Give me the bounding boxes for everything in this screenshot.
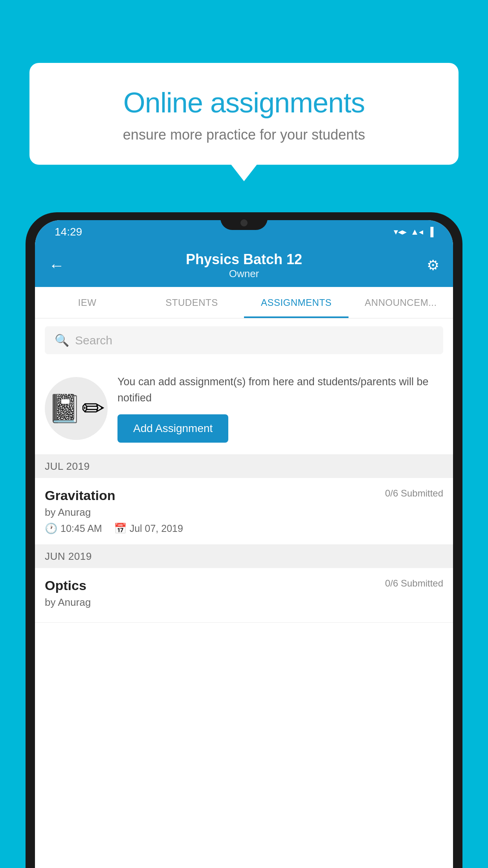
search-icon: 🔍 [55, 333, 69, 347]
assignment-time: 10:45 AM [61, 523, 102, 534]
assignment-item-optics[interactable]: Optics 0/6 Submitted by Anurag [35, 568, 453, 623]
camera [240, 219, 248, 226]
assignment-meta: 🕐 10:45 AM 📅 Jul 07, 2019 [45, 522, 443, 535]
battery-icon: ▐ [427, 227, 433, 237]
assignment-submitted: 0/6 Submitted [385, 488, 443, 499]
app-bar-center: Physics Batch 12 Owner [186, 251, 302, 280]
meta-date: 📅 Jul 07, 2019 [114, 522, 183, 535]
clock-icon: 🕐 [45, 522, 57, 535]
app-bar-subtitle: Owner [186, 268, 302, 280]
phone-frame: 14:29 ▾◂▸ ▲◂ ▐ ← Physics Batch 12 Owner … [26, 212, 462, 868]
assignment-name-optics: Optics [45, 578, 86, 593]
promo-section: 📓✏ You can add assignment(s) from here a… [35, 362, 453, 455]
tab-announcements[interactable]: ANNOUNCEM... [349, 287, 453, 318]
tabs-bar: IEW STUDENTS ASSIGNMENTS ANNOUNCEM... [35, 287, 453, 318]
assignment-submitted-optics: 0/6 Submitted [385, 578, 443, 589]
assignment-top-row: Gravitation 0/6 Submitted [45, 488, 443, 503]
assignment-item-gravitation[interactable]: Gravitation 0/6 Submitted by Anurag 🕐 10… [35, 478, 453, 545]
assignment-author-optics: by Anurag [45, 596, 443, 609]
tab-assignments[interactable]: ASSIGNMENTS [244, 287, 349, 318]
status-time: 14:29 [55, 226, 82, 238]
signal-icon: ▲◂ [411, 227, 424, 237]
assignment-date: Jul 07, 2019 [130, 523, 183, 534]
search-bar[interactable]: 🔍 Search [45, 326, 443, 354]
search-container: 🔍 Search [35, 318, 453, 362]
month-header-jul: JUL 2019 [35, 455, 453, 478]
wifi-icon: ▾◂▸ [394, 227, 407, 237]
phone-inner: 14:29 ▾◂▸ ▲◂ ▐ ← Physics Batch 12 Owner … [30, 216, 458, 868]
calendar-icon: 📅 [114, 522, 127, 535]
tab-iew[interactable]: IEW [35, 287, 139, 318]
promo-text-area: You can add assignment(s) from here and … [117, 374, 443, 443]
notch [220, 216, 268, 230]
promo-description: You can add assignment(s) from here and … [117, 374, 443, 406]
add-assignment-button[interactable]: Add Assignment [117, 414, 228, 443]
promo-icon-circle: 📓✏ [45, 377, 108, 440]
bubble-subtitle: ensure more practice for your students [57, 127, 431, 143]
meta-time: 🕐 10:45 AM [45, 522, 102, 535]
assignment-name: Gravitation [45, 488, 115, 503]
month-header-jun: JUN 2019 [35, 545, 453, 568]
screen: 14:29 ▾◂▸ ▲◂ ▐ ← Physics Batch 12 Owner … [35, 220, 453, 868]
settings-button[interactable]: ⚙ [420, 257, 439, 274]
assignment-top-row-optics: Optics 0/6 Submitted [45, 578, 443, 593]
app-bar: ← Physics Batch 12 Owner ⚙ [35, 244, 453, 287]
bubble-title: Online assignments [57, 86, 431, 119]
notebook-icon: 📓✏ [48, 392, 105, 425]
content-area: 🔍 Search 📓✏ You can add assignment(s) fr… [35, 318, 453, 868]
search-input[interactable]: Search [75, 334, 112, 347]
tab-students[interactable]: STUDENTS [139, 287, 244, 318]
status-icons: ▾◂▸ ▲◂ ▐ [394, 227, 433, 237]
app-bar-title: Physics Batch 12 [186, 251, 302, 268]
speech-bubble-container: Online assignments ensure more practice … [29, 63, 459, 165]
assignment-author: by Anurag [45, 506, 443, 519]
speech-bubble: Online assignments ensure more practice … [29, 63, 459, 165]
back-button[interactable]: ← [49, 257, 68, 274]
